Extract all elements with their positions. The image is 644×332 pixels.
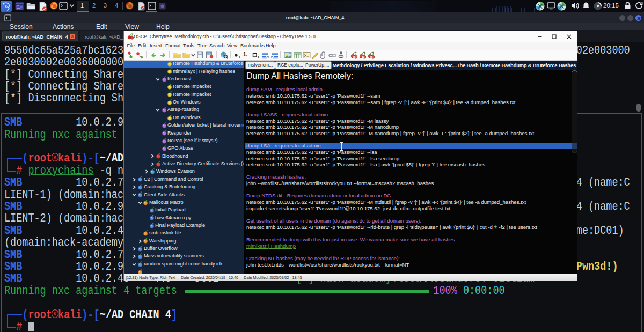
svg-text:a: a: [362, 55, 364, 58]
svg-text:a: a: [370, 55, 372, 58]
svg-text:a: a: [353, 55, 355, 58]
